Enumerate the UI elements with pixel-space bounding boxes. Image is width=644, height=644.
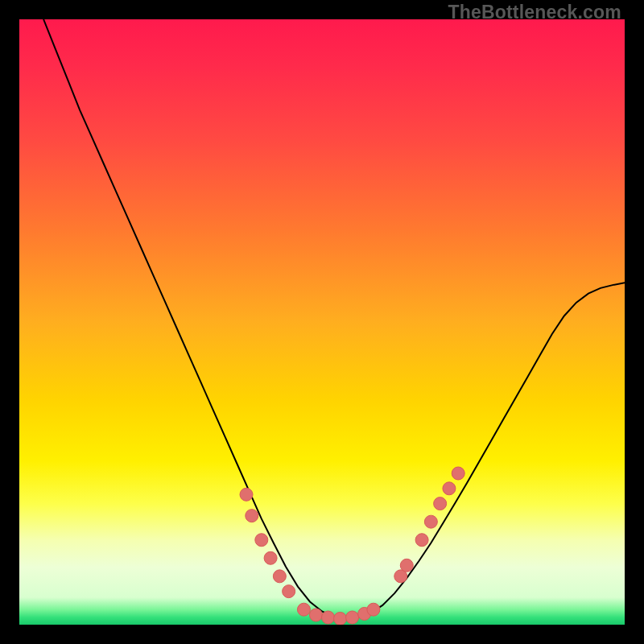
watermark-text: TheBottleneck.com — [448, 2, 621, 23]
curve-marker — [297, 603, 310, 616]
curve-marker — [443, 482, 456, 495]
chart-frame: TheBottleneck.com — [0, 0, 644, 644]
curve-marker — [346, 611, 359, 624]
curve-marker — [367, 603, 380, 616]
curve-marker — [283, 585, 295, 598]
curve-marker — [322, 611, 335, 624]
curve-marker — [400, 559, 413, 572]
curve-marker — [273, 570, 286, 583]
plot-area — [19, 19, 625, 625]
chart-canvas — [19, 19, 625, 625]
curve-marker — [452, 467, 464, 480]
curve-marker — [424, 515, 437, 528]
curve-marker — [246, 510, 258, 522]
curve-marker — [309, 609, 322, 621]
gradient-background — [19, 19, 625, 625]
curve-marker — [334, 612, 347, 625]
curve-marker — [255, 534, 268, 547]
curve-marker — [264, 551, 277, 564]
curve-marker — [434, 497, 447, 510]
curve-marker — [240, 488, 253, 501]
curve-marker — [415, 534, 428, 547]
